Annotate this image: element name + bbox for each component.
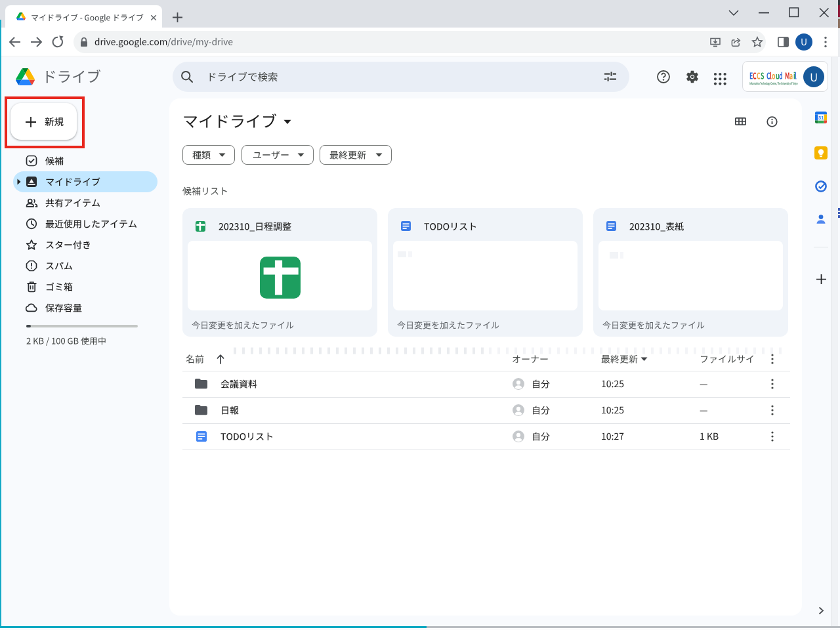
svg-text:31: 31 <box>818 115 824 121</box>
